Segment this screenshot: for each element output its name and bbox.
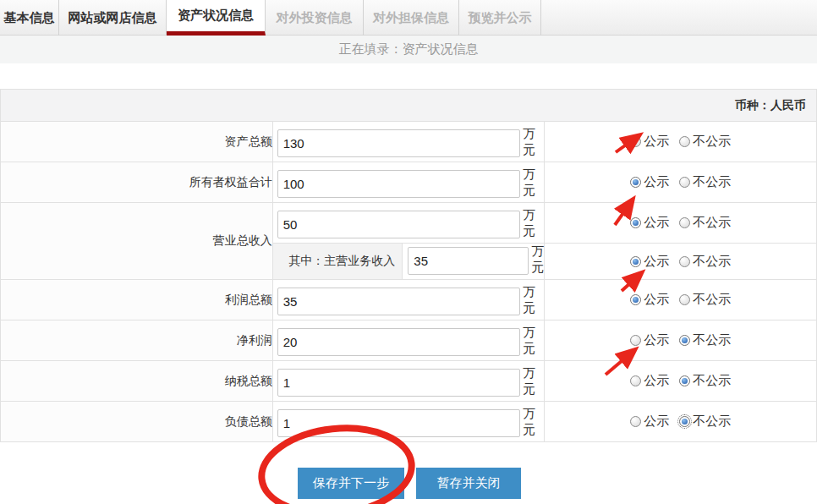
publicity-radio-group: 公示 不公示 [545, 414, 816, 430]
unit-label: 万元 [523, 206, 544, 238]
private-radio[interactable] [679, 294, 690, 305]
public-radio-option[interactable]: 公示 [630, 332, 669, 348]
public-radio-option[interactable]: 公示 [630, 373, 669, 389]
tab-preview-publicize: 预览并公示 [459, 0, 541, 36]
public-radio-option[interactable]: 公示 [630, 174, 669, 190]
public-radio-label: 公示 [644, 254, 669, 270]
save-and-next-button[interactable]: 保存并下一步 [298, 468, 404, 499]
tab-external-investment-info: 对外投资信息 [266, 0, 364, 36]
main-business-income-input[interactable] [408, 247, 529, 275]
tab-basic-info[interactable]: 基本信息 [0, 0, 59, 36]
row-label-net-profit: 净利润 [1, 320, 273, 361]
status-banner-text: 正在填录：资产状况信息 [339, 41, 479, 58]
public-radio-label: 公示 [644, 414, 669, 430]
publicity-radio-group: 公示 不公示 [545, 373, 816, 389]
total-liabilities-input[interactable] [277, 409, 520, 437]
row-label-total-profit: 利润总额 [1, 280, 273, 320]
private-radio-option[interactable]: 不公示 [679, 292, 731, 308]
private-radio-option[interactable]: 不公示 [679, 414, 731, 430]
net-profit-input[interactable] [277, 328, 520, 356]
tab-label: 资产状况信息 [178, 8, 254, 24]
tab-asset-status-info[interactable]: 资产状况信息 [167, 0, 266, 36]
public-radio[interactable] [630, 256, 641, 267]
public-radio-label: 公示 [644, 174, 669, 190]
private-radio-label: 不公示 [693, 254, 731, 270]
public-radio-label: 公示 [644, 134, 669, 150]
public-radio[interactable] [630, 177, 641, 188]
tab-external-guarantee-info: 对外担保信息 [364, 0, 459, 36]
public-radio-label: 公示 [644, 215, 669, 231]
publicity-radio-group: 公示 不公示 [545, 134, 816, 150]
row-label-total-assets: 资产总额 [1, 122, 273, 162]
total-tax-input[interactable] [277, 369, 520, 397]
asset-table: 币种：人民币 资产总额 万元 公示 不 [0, 89, 817, 442]
tab-label: 网站或网店信息 [69, 10, 157, 26]
row-label-total-liabilities: 负债总额 [1, 402, 273, 442]
private-radio-option[interactable]: 不公示 [679, 373, 731, 389]
private-radio-label: 不公示 [693, 332, 731, 348]
table-row: 利润总额 万元 公示 不公示 [1, 280, 817, 320]
tab-label: 对外担保信息 [373, 10, 449, 26]
unit-label: 万元 [523, 283, 544, 315]
publicity-radio-group: 公示 不公示 [545, 215, 816, 231]
publicity-radio-group: 公示 不公示 [545, 254, 816, 270]
total-assets-input[interactable] [277, 129, 520, 157]
table-row: 负债总额 万元 公示 不公示 [1, 402, 817, 442]
private-radio[interactable] [679, 136, 690, 147]
publicity-radio-group: 公示 不公示 [545, 174, 816, 190]
row-label-total-revenue: 营业总收入 [1, 203, 273, 280]
currency-label: 币种：人民币 [735, 98, 806, 112]
save-and-close-button[interactable]: 暂存并关闭 [416, 468, 521, 499]
table-row: 资产总额 万元 公示 不公示 [1, 122, 817, 162]
private-radio-option[interactable]: 不公示 [679, 215, 731, 231]
owner-equity-input[interactable] [277, 170, 520, 198]
private-radio[interactable] [679, 217, 690, 228]
public-radio[interactable] [630, 217, 641, 228]
total-revenue-input[interactable] [277, 211, 520, 238]
private-radio-option[interactable]: 不公示 [679, 254, 731, 270]
status-banner: 正在填录：资产状况信息 [0, 36, 817, 63]
total-profit-input[interactable] [277, 288, 520, 315]
row-label-owner-equity: 所有者权益合计 [1, 162, 273, 203]
tabbar-filler [541, 0, 817, 35]
private-radio-label: 不公示 [693, 292, 731, 308]
public-radio-option[interactable]: 公示 [630, 134, 669, 150]
public-radio[interactable] [630, 335, 641, 346]
table-row: 营业总收入 万元 公示 不公示 [1, 203, 817, 244]
private-radio-option[interactable]: 不公示 [679, 134, 731, 150]
private-radio-label: 不公示 [693, 215, 731, 231]
tab-label: 预览并公示 [469, 10, 532, 26]
public-radio[interactable] [630, 375, 641, 386]
private-radio[interactable] [679, 177, 690, 188]
private-radio[interactable] [679, 416, 690, 427]
private-radio-option[interactable]: 不公示 [679, 174, 731, 190]
unit-label: 万元 [523, 125, 544, 157]
unit-label: 万元 [531, 243, 544, 275]
private-radio-label: 不公示 [693, 174, 731, 190]
public-radio[interactable] [630, 416, 641, 427]
public-radio-option[interactable]: 公示 [630, 215, 669, 231]
public-radio-option[interactable]: 公示 [630, 254, 669, 270]
tab-label: 对外投资信息 [277, 10, 353, 26]
publicity-radio-group: 公示 不公示 [545, 332, 816, 348]
public-radio[interactable] [630, 294, 641, 305]
private-radio[interactable] [679, 256, 690, 267]
currency-header-cell: 币种：人民币 [1, 90, 817, 122]
public-radio[interactable] [630, 136, 641, 147]
public-radio-option[interactable]: 公示 [630, 292, 669, 308]
private-radio-label: 不公示 [693, 414, 731, 430]
public-radio-label: 公示 [644, 373, 669, 389]
private-radio[interactable] [679, 375, 690, 386]
table-row: 纳税总额 万元 公示 不公示 [1, 361, 817, 402]
unit-label: 万元 [523, 324, 544, 356]
private-radio-label: 不公示 [693, 134, 731, 150]
private-radio[interactable] [679, 335, 690, 346]
public-radio-label: 公示 [644, 292, 669, 308]
tab-bar: 基本信息 网站或网店信息 资产状况信息 对外投资信息 对外担保信息 预览并公示 [0, 0, 817, 36]
table-row: 净利润 万元 公示 不公示 [1, 320, 817, 361]
public-radio-label: 公示 [644, 332, 669, 348]
tab-website-info[interactable]: 网站或网店信息 [59, 0, 167, 36]
unit-label: 万元 [523, 405, 544, 437]
private-radio-option[interactable]: 不公示 [679, 332, 731, 348]
public-radio-option[interactable]: 公示 [630, 414, 669, 430]
